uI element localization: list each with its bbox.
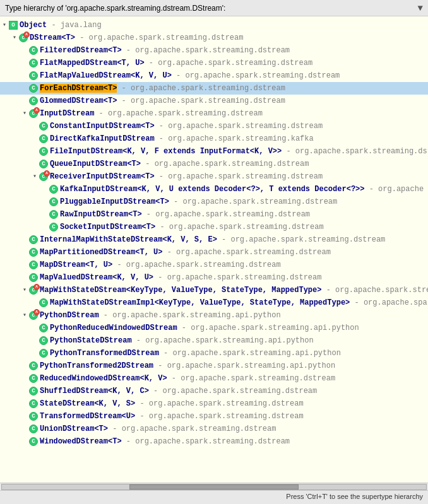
indent-spacer xyxy=(0,423,10,435)
indent-spacer xyxy=(10,348,20,359)
tree-item[interactable]: CQueueInputDStream<T> - org.apache.spark… xyxy=(0,158,428,170)
tree-item[interactable]: CFlatMapValuedDStream<K, V, U> - org.apa… xyxy=(0,69,428,82)
tree-item[interactable]: CInternalMapWithStateDStream<K, V, S, E>… xyxy=(0,233,428,246)
tree-item[interactable]: ▾CReceiverInputDStream<T> - org.apache.s… xyxy=(0,170,428,183)
indent-spacer xyxy=(10,373,20,384)
indent-spacer xyxy=(0,272,10,283)
title-arrow[interactable]: ▼ xyxy=(418,3,423,13)
tree-item[interactable]: ▾CMapWithStateDStream<KeyType, ValueType… xyxy=(0,284,428,296)
tree-item[interactable]: ▾OObject - java.lang xyxy=(0,19,428,32)
indent-spacer xyxy=(0,57,10,69)
package-name: - org.apache xyxy=(364,185,424,194)
item-text: ForEachDStream<T> - org.apache.spark.str… xyxy=(40,83,285,94)
item-text: MapValuedDStream<K, V, U> - org.apache.s… xyxy=(40,272,321,283)
scrollbar-area[interactable] xyxy=(0,483,428,490)
scrollbar-thumb[interactable] xyxy=(129,484,299,489)
tree-item[interactable]: ▾CInputDStream - org.apache.spark.stream… xyxy=(0,107,428,120)
indent-spacer xyxy=(0,234,10,245)
package-name: - org.apache.spark.streaming.dstream xyxy=(122,46,290,55)
tree-toggle[interactable]: ▾ xyxy=(20,310,29,321)
package-name: - org.apache.spark.streaming.dstream xyxy=(94,109,262,118)
tree-item[interactable]: CMapWithStateDStreamImpl<KeyType, ValueT… xyxy=(0,296,428,309)
indent-spacer xyxy=(20,171,30,182)
tree-item[interactable]: CDirectKafkaInputDStream - org.apache.sp… xyxy=(0,132,428,145)
tree-item[interactable]: CConstantInputDStream<T> - org.apache.sp… xyxy=(0,120,428,132)
package-name: - java.lang xyxy=(47,21,101,30)
horizontal-scrollbar[interactable] xyxy=(1,484,427,490)
item-text: StateDStream<K, V, S> - org.apache.spark… xyxy=(40,398,304,409)
indent-spacer xyxy=(20,335,30,346)
indent-spacer xyxy=(20,146,30,157)
abstract-class-icon: C xyxy=(19,33,28,42)
class-icon: C xyxy=(29,361,38,370)
class-icon: C xyxy=(39,134,48,143)
tree-item[interactable]: CTransformedDStream<U> - org.apache.spar… xyxy=(0,410,428,423)
indent-spacer xyxy=(0,209,10,220)
tree-item[interactable]: CMapDStream<T, U> - org.apache.spark.str… xyxy=(0,259,428,271)
item-text: FlatMappedDStream<T, U> - org.apache.spa… xyxy=(40,57,312,69)
indent-spacer xyxy=(0,70,10,81)
tree-item[interactable]: CReducedWindowedDStream<K, V> - org.apac… xyxy=(0,372,428,385)
class-name: WindowedDStream<T> xyxy=(40,437,122,446)
indent-spacer xyxy=(10,360,20,372)
tree-item[interactable]: CSocketInputDStream<T> - org.apache.spar… xyxy=(0,221,428,233)
class-name: MapPartitionedDStream<T, U> xyxy=(40,248,162,257)
abstract-class-icon: C xyxy=(29,311,38,320)
indent-spacer xyxy=(0,284,10,296)
class-icon: C xyxy=(29,97,38,105)
tree-toggle[interactable]: ▾ xyxy=(20,108,29,119)
tree-item[interactable]: CFlatMappedDStream<T, U> - org.apache.sp… xyxy=(0,57,428,69)
class-icon: C xyxy=(49,223,58,231)
class-icon: C xyxy=(29,59,38,67)
package-name: - org.apache.spark.streaming.api.python xyxy=(153,361,335,370)
indent-spacer xyxy=(0,436,10,447)
package-name: - org.apache.spark.strea xyxy=(321,286,428,295)
class-icon: C xyxy=(29,235,38,244)
class-icon: C xyxy=(29,261,38,269)
tree-item[interactable]: CPythonStateDStream - org.apache.spark.s… xyxy=(0,334,428,347)
indent-spacer xyxy=(10,385,20,397)
class-name: PythonStateDStream xyxy=(50,336,132,345)
tree-item[interactable]: CUnionDStream<T> - org.apache.spark.stre… xyxy=(0,423,428,435)
tree-item[interactable]: CForEachDStream<T> - org.apache.spark.st… xyxy=(0,82,428,95)
item-text: ReceiverInputDStream<T> - org.apache.spa… xyxy=(50,171,323,182)
tree-item[interactable]: CRawInputDStream<T> - org.apache.spark.s… xyxy=(0,208,428,221)
tree-container[interactable]: ▾OObject - java.lang ▾CDStream<T> - org.… xyxy=(0,16,428,483)
item-text: PythonStateDStream - org.apache.spark.st… xyxy=(50,335,314,346)
package-name: - org.apache.spark.streaming.api.python xyxy=(177,324,359,332)
class-name: FileInputDStream<K, V, F extends InputFo… xyxy=(50,147,282,156)
tree-toggle[interactable]: ▾ xyxy=(0,20,9,31)
tree-item[interactable]: CMapPartitionedDStream<T, U> - org.apach… xyxy=(0,246,428,259)
tree-item[interactable]: CPythonReducedWindowedDStream - org.apac… xyxy=(0,322,428,334)
tree-item[interactable]: CWindowedDStream<T> - org.apache.spark.s… xyxy=(0,435,428,448)
tree-toggle[interactable]: ▾ xyxy=(30,171,39,182)
indent-spacer xyxy=(0,297,10,308)
item-text: DStream<T> - org.apache.spark.streaming.… xyxy=(30,32,243,44)
tree-item[interactable]: CFilteredDStream<T> - org.apache.spark.s… xyxy=(0,44,428,57)
item-text: InternalMapWithStateDStream<K, V, S, E> … xyxy=(40,234,385,245)
tree-item[interactable]: ▾CPythonDStream - org.apache.spark.strea… xyxy=(0,309,428,322)
tree-item[interactable]: ▾CDStream<T> - org.apache.spark.streamin… xyxy=(0,32,428,44)
tree-item[interactable]: CMapValuedDStream<K, V, U> - org.apache.… xyxy=(0,271,428,284)
indent-spacer xyxy=(10,259,20,271)
tree-item[interactable]: CPluggableInputDStream<T> - org.apache.s… xyxy=(0,196,428,208)
tree-toggle[interactable]: ▾ xyxy=(20,284,29,296)
class-icon: C xyxy=(39,324,48,332)
tree-item[interactable]: CShuffledDStream<K, V, C> - org.apache.s… xyxy=(0,385,428,397)
indent-spacer xyxy=(0,360,10,372)
tree-item[interactable]: CPythonTransformedDStream - org.apache.s… xyxy=(0,347,428,360)
tree-item[interactable]: CKafkaInputDStream<K, V, U extends Decod… xyxy=(0,183,428,196)
indent-spacer xyxy=(0,385,10,397)
item-text: MapWithStateDStreamImpl<KeyType, ValueTy… xyxy=(50,297,427,308)
package-name: - org.apache.spark.streaming.dstream xyxy=(167,374,335,383)
indent-spacer xyxy=(10,297,20,308)
tree-item[interactable]: CPythonTransformed2DStream - org.apache.… xyxy=(0,360,428,372)
tree-item[interactable]: CFileInputDStream<K, V, F extends InputF… xyxy=(0,145,428,158)
item-text: SocketInputDStream<T> - org.apache.spark… xyxy=(60,221,324,233)
tree-item[interactable]: CStateDStream<K, V, S> - org.apache.spar… xyxy=(0,397,428,410)
class-name: PluggableInputDStream<T> xyxy=(60,197,169,206)
indent-spacer xyxy=(0,158,10,170)
item-text: FlatMapValuedDStream<K, V, U> - org.apac… xyxy=(40,70,340,81)
tree-toggle[interactable]: ▾ xyxy=(10,32,19,44)
tree-item[interactable]: CGlommedDStream<T> - org.apache.spark.st… xyxy=(0,95,428,107)
